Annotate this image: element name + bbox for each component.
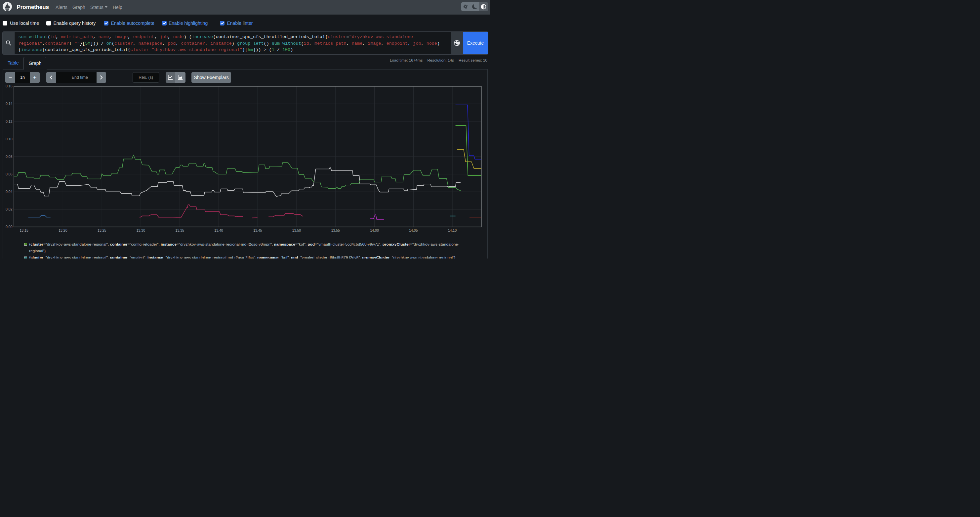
svg-text:0.00: 0.00 — [6, 225, 13, 229]
svg-text:0.04: 0.04 — [6, 190, 13, 194]
svg-text:13:40: 13:40 — [214, 228, 223, 232]
svg-text:13:45: 13:45 — [253, 228, 262, 232]
svg-text:0.08: 0.08 — [6, 155, 13, 158]
svg-text:14:10: 14:10 — [448, 228, 457, 232]
svg-text:0.06: 0.06 — [6, 172, 13, 176]
svg-text:13:15: 13:15 — [19, 228, 28, 232]
svg-text:13:30: 13:30 — [137, 228, 145, 232]
svg-text:13:25: 13:25 — [97, 228, 106, 232]
svg-text:0.14: 0.14 — [6, 102, 13, 105]
svg-text:0.10: 0.10 — [6, 137, 13, 141]
svg-text:13:50: 13:50 — [292, 228, 301, 232]
svg-text:13:55: 13:55 — [331, 228, 340, 232]
svg-text:0.12: 0.12 — [6, 120, 13, 123]
svg-text:0.02: 0.02 — [6, 207, 13, 211]
svg-text:14:05: 14:05 — [409, 228, 418, 232]
svg-text:0.16: 0.16 — [6, 84, 13, 88]
svg-text:13:20: 13:20 — [59, 228, 67, 232]
svg-text:13:35: 13:35 — [175, 228, 184, 232]
svg-text:14:00: 14:00 — [370, 228, 379, 232]
